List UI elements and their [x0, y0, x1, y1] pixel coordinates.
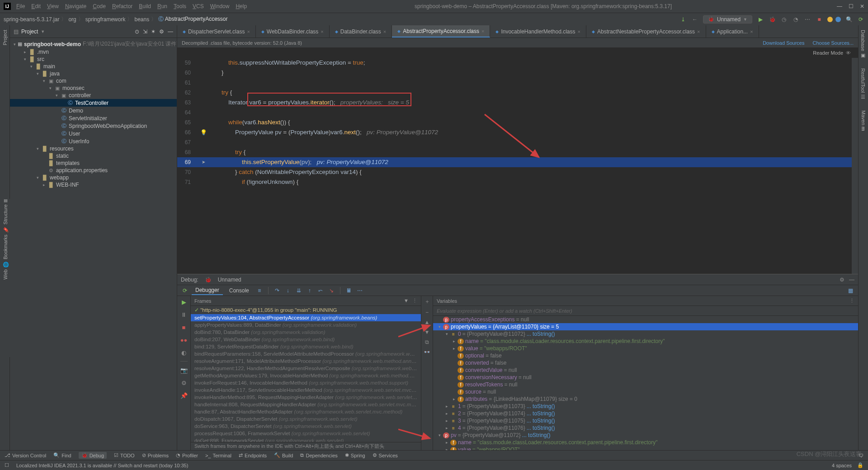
- variable-row[interactable]: ▸≡3 = {PropertyValue@11075} ... toString…: [433, 417, 858, 424]
- database-tool-tab[interactable]: Database ▣: [860, 27, 866, 61]
- tree-row[interactable]: ▾▉resources: [10, 145, 177, 152]
- drop-frame-icon[interactable]: ⤺: [316, 287, 325, 295]
- reader-mode-toggle[interactable]: Reader Mode: [813, 50, 843, 56]
- right-tool-rail[interactable]: Database ▣ RestfulTool ☰ Maven m: [858, 25, 868, 450]
- debug-icon[interactable]: 🐞: [769, 16, 776, 23]
- stack-frame[interactable]: doBind:207, WebDataBinder (org.springfra…: [191, 336, 421, 343]
- tree-row[interactable]: ▾▉main: [10, 63, 177, 70]
- tree-row[interactable]: ⒸUserInfo: [10, 137, 177, 145]
- bookmarks-tool-tab[interactable]: Bookmarks 🔖: [2, 227, 8, 259]
- filter-icon[interactable]: ▼: [404, 298, 409, 304]
- menu-help[interactable]: Help: [233, 2, 250, 10]
- add-watch-icon[interactable]: ＋: [425, 298, 430, 306]
- copy-icon[interactable]: ⧉: [425, 339, 429, 345]
- run-config-selector[interactable]: 🐞 Unnamed ▼: [703, 15, 752, 24]
- event-log-icon[interactable]: 🗨: [859, 453, 863, 458]
- editor-tab[interactable]: ◆InvocableHandlerMethod.class×: [490, 25, 586, 38]
- close-tab-icon[interactable]: ×: [383, 29, 386, 34]
- tree-row[interactable]: ⒸDemo: [10, 107, 177, 114]
- restful-tool-tab[interactable]: RestfulTool ☰: [860, 66, 866, 103]
- toolwindow-dependencies[interactable]: ⧉ Dependencies: [300, 452, 337, 458]
- tree-row[interactable]: ▾▣moonsec: [10, 85, 177, 92]
- pin-icon[interactable]: 📌: [180, 391, 188, 400]
- variable-row[interactable]: ▸fname = "class.module.classLoader.resou…: [433, 338, 858, 345]
- toolwindow-find[interactable]: 🔍 Find: [53, 452, 71, 458]
- stack-frame[interactable]: getMethodArgumentValues:179, InvocableHa…: [191, 372, 421, 379]
- variable-row[interactable]: ▸fname = "class.module.classLoader.resou…: [433, 439, 858, 446]
- editor-tab[interactable]: ◆AbstractNestablePropertyAccessor.class×: [586, 25, 706, 38]
- project-tree[interactable]: ▾▦springboot-web-demo F:\暗月\2021\java安全\…: [10, 38, 177, 450]
- gear-icon[interactable]: ⚙: [840, 277, 844, 283]
- minimize-icon[interactable]: —: [837, 3, 842, 9]
- gear-icon[interactable]: ⚙: [159, 28, 164, 35]
- variable-row[interactable]: ppropertyAccessExceptions = null: [433, 316, 858, 323]
- stack-frame[interactable]: invokeAndHandle:117, ServletInvocableHan…: [191, 386, 421, 394]
- stack-frame[interactable]: doDispatch:1067, DispatcherServlet (org.…: [191, 415, 421, 423]
- variable-row[interactable]: ▸fvalue = "webapps/ROOT": [433, 345, 858, 352]
- profile-icon[interactable]: ◔: [792, 16, 799, 23]
- breadcrumb-item[interactable]: springframework: [85, 16, 126, 23]
- chevron-down-icon[interactable]: ▼: [41, 29, 45, 34]
- stack-frame[interactable]: doBind:780, DataBinder (org.springframew…: [191, 329, 421, 336]
- breadcrumb-item[interactable]: Ⓒ AbstractPropertyAccessor: [158, 15, 227, 23]
- view-breakpoints-icon[interactable]: ●●: [180, 336, 188, 344]
- build-icon[interactable]: ⤓: [679, 16, 687, 23]
- debugger-tab[interactable]: Debugger: [192, 286, 223, 295]
- structure-tool-tab[interactable]: Structure ≣: [2, 199, 8, 225]
- up-icon[interactable]: ▲: [425, 319, 430, 325]
- variable-row[interactable]: fconvertedValue = null: [433, 367, 858, 374]
- main-menu[interactable]: FileEditViewNavigateCodeRefactorBuildRun…: [14, 2, 250, 10]
- eye-icon[interactable]: 👁: [846, 50, 851, 56]
- variable-row[interactable]: ▸≡4 = {PropertyValue@11076} ... toString…: [433, 424, 858, 432]
- stack-frame[interactable]: bind:129, ServletRequestDataBinder (org.…: [191, 343, 421, 350]
- editor-tabs[interactable]: ◆DispatcherServlet.class×◆WebDataBinder.…: [177, 25, 858, 38]
- stack-frame[interactable]: handle:87, AbstractHandlerMethodAdapter …: [191, 408, 421, 415]
- stack-frame[interactable]: resolveArgument:171, ModelAttributeMetho…: [191, 357, 421, 365]
- tree-row[interactable]: ▉static: [10, 152, 177, 160]
- expand-icon[interactable]: ⇲: [143, 28, 147, 35]
- remove-watch-icon[interactable]: −: [425, 309, 429, 315]
- step-over-icon[interactable]: ↷: [273, 287, 281, 295]
- update-icon[interactable]: ⟳: [857, 16, 864, 23]
- toolwindow-build[interactable]: 🔨 Build: [274, 452, 293, 458]
- close-icon[interactable]: ✕: [860, 3, 864, 9]
- toolwindow-spring[interactable]: ✱ Spring: [345, 452, 365, 458]
- menu-code[interactable]: Code: [90, 2, 108, 10]
- circle-icon[interactable]: [835, 17, 841, 22]
- menu-build[interactable]: Build: [136, 2, 154, 10]
- layout-icon[interactable]: ▦: [846, 287, 854, 295]
- more-icon[interactable]: ⋮: [849, 298, 854, 304]
- tree-row[interactable]: ▸▉.mvn: [10, 48, 177, 56]
- variable-row[interactable]: fresolvedTokens = null: [433, 381, 858, 388]
- stack-frame[interactable]: invokeForRequest:146, InvocableHandlerMe…: [191, 379, 421, 386]
- toolwindow-problems[interactable]: ⊘ Problems: [142, 452, 169, 458]
- editor-minimap[interactable]: [852, 58, 858, 274]
- menu-run[interactable]: Run: [155, 2, 170, 10]
- close-tab-icon[interactable]: ×: [247, 29, 250, 34]
- intention-bulb-icon[interactable]: 💡: [199, 127, 208, 137]
- hide-icon[interactable]: —: [849, 277, 854, 283]
- menu-refactor[interactable]: Refactor: [109, 2, 135, 10]
- variable-row[interactable]: fconverted = false: [433, 359, 858, 367]
- breadcrumb-item[interactable]: beans: [134, 16, 149, 23]
- more-icon[interactable]: ⋮: [412, 298, 417, 304]
- breadcrumb[interactable]: spring-beans-5.3.17.jar〉org〉springframew…: [4, 15, 228, 23]
- step-into-icon[interactable]: ↓: [284, 287, 292, 295]
- menu-window[interactable]: Window: [208, 2, 232, 10]
- editor-tab[interactable]: ◆DispatcherServlet.class×: [177, 25, 256, 38]
- editor-tab[interactable]: ◆AbstractPropertyAccessor.class×: [392, 25, 490, 38]
- menu-file[interactable]: File: [14, 2, 28, 10]
- bottom-toolwindow-bar[interactable]: ⎇ Version Control🔍 Find🐞 Debug☑ TODO⊘ Pr…: [0, 450, 868, 460]
- glasses-icon[interactable]: 👓: [424, 349, 430, 355]
- menu-tools[interactable]: Tools: [171, 2, 189, 10]
- run-to-cursor-icon[interactable]: ↘: [327, 287, 335, 295]
- coverage-icon[interactable]: ◷: [780, 16, 788, 23]
- tree-row[interactable]: ⒸServletInitializer: [10, 114, 177, 122]
- tree-row[interactable]: ▉templates: [10, 160, 177, 167]
- choose-sources-link[interactable]: Choose Sources...: [813, 40, 854, 46]
- thread-row[interactable]: "http-nio-8080-exec-4"@11,055 in group "…: [191, 306, 421, 314]
- tree-row[interactable]: ▾▉webapp: [10, 174, 177, 181]
- select-opened-icon[interactable]: ⊙: [135, 28, 139, 35]
- variable-row[interactable]: ▾≡0 = {PropertyValue@11072} ... toString…: [433, 330, 858, 338]
- close-tab-icon[interactable]: ×: [481, 28, 484, 34]
